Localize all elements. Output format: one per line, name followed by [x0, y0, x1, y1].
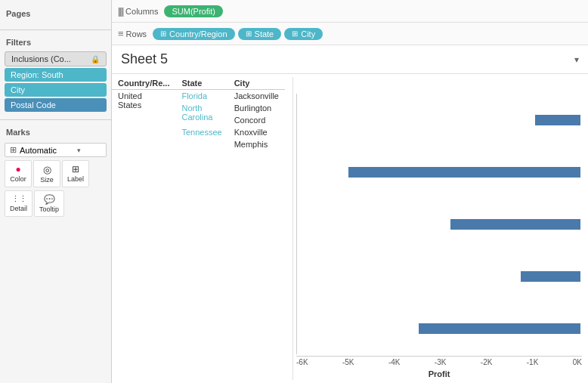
marks-icons-row: ● Color ◎ Size ⊞ Label — [5, 160, 107, 187]
pages-label: Pages — [0, 3, 111, 21]
data-table: Country/Re... State City UnitedStates Fl… — [112, 77, 293, 380]
rows-country-pill[interactable]: ⊞ Country/Region — [153, 28, 234, 40]
x-axis-labels: -6K -5K -4K -3K -2K -1K 0K — [296, 356, 582, 368]
columns-toolbar-label: ||| Columns — [118, 6, 158, 17]
col-header-city: City — [228, 77, 285, 90]
filter-inclusions[interactable]: Inclusions (Co... 🔒 — [5, 51, 107, 66]
marks-icons-row2: ⋮⋮ Detail 💬 Tooltip — [5, 190, 107, 217]
cell-city-memphis: Memphis — [228, 138, 285, 150]
filters-label: Filters — [0, 33, 111, 50]
cell-city-knoxville: Knoxville — [228, 126, 285, 138]
bar-memphis-fill — [419, 323, 580, 334]
bar-burlington — [297, 165, 582, 180]
sheet-area: Sheet 5 ▾ Country/Re... State City — [112, 45, 588, 383]
state-pill-label: State — [255, 29, 274, 39]
city-pill-label: City — [301, 29, 315, 39]
filter-region[interactable]: Region: South — [5, 68, 107, 82]
sheet-dropdown-arrow[interactable]: ▾ — [574, 54, 579, 65]
marks-label-label: Label — [67, 175, 84, 183]
cell-city-concord: Concord — [228, 114, 285, 126]
color-icon: ● — [15, 164, 20, 175]
marks-type-dropdown[interactable]: ⊞ Automatic ▾ — [5, 143, 107, 157]
bar-jacksonville-fill — [535, 115, 580, 125]
pages-section: Pages — [0, 0, 111, 30]
rows-state-pill[interactable]: ⊞ State — [238, 28, 282, 40]
filter-city[interactable]: City — [5, 83, 107, 97]
filter-postal-label: Postal Code — [11, 100, 56, 110]
filters-section: Filters Inclusions (Co... 🔒 Region: Sout… — [0, 30, 111, 120]
sidebar: Pages Filters Inclusions (Co... 🔒 Region… — [0, 0, 112, 383]
marks-tooltip-label: Tooltip — [39, 205, 59, 213]
columns-text: Columns — [125, 7, 158, 16]
filter-city-label: City — [11, 85, 25, 94]
marks-tooltip-button[interactable]: 💬 Tooltip — [34, 190, 64, 217]
bars-area — [296, 94, 582, 354]
sheet-header: Sheet 5 ▾ — [112, 45, 588, 74]
chart-container: Country/Re... State City UnitedStates Fl… — [112, 74, 588, 383]
x-axis-title: Profit — [296, 368, 582, 380]
rows-text: Rows — [126, 29, 147, 39]
marks-color-button[interactable]: ● Color — [5, 160, 32, 187]
sheet-title: Sheet 5 — [121, 51, 168, 67]
col-header-state: State — [175, 77, 227, 90]
bar-jacksonville — [297, 113, 582, 128]
bar-jacksonville-bg — [297, 115, 582, 125]
bar-memphis-bg — [297, 323, 582, 334]
rows-toolbar-label: ≡ Rows — [118, 28, 147, 39]
bar-knoxville-fill — [521, 271, 580, 282]
state-pill-icon: ⊞ — [246, 29, 252, 38]
bar-burlington-fill — [348, 167, 581, 178]
columns-row: ||| Columns SUM(Profit) — [112, 0, 588, 23]
x-label-0k: 0K — [573, 358, 582, 366]
cell-city-jacksonville: Jacksonville — [228, 90, 285, 103]
x-label-2k: -2K — [481, 358, 493, 366]
bar-concord — [297, 217, 582, 232]
rows-city-pill[interactable]: ⊞ City — [284, 28, 323, 40]
main-content: ||| Columns SUM(Profit) ≡ Rows ⊞ Country… — [112, 0, 588, 383]
bar-memphis — [297, 321, 582, 336]
marks-size-label: Size — [40, 176, 54, 184]
marks-type-label: Automatic — [20, 146, 57, 155]
bar-knoxville-bg — [297, 271, 582, 282]
detail-icon: ⋮⋮ — [11, 194, 26, 204]
lock-icon: 🔒 — [91, 55, 100, 63]
cell-state-tn: Tennessee — [175, 126, 227, 150]
marks-color-label: Color — [10, 175, 26, 183]
city-pill-icon: ⊞ — [292, 29, 298, 38]
x-label-6k: -6K — [296, 358, 308, 366]
marks-label: Marks — [0, 123, 111, 140]
marks-label-button[interactable]: ⊞ Label — [62, 160, 89, 187]
table-row: UnitedStates Florida Jacksonville — [112, 90, 285, 103]
tooltip-icon: 💬 — [44, 194, 55, 205]
marks-detail-label: Detail — [10, 205, 27, 212]
bar-knoxville — [297, 269, 582, 284]
cell-city-burlington: Burlington — [228, 102, 285, 114]
country-pill-icon: ⊞ — [160, 29, 166, 38]
filter-inclusions-label: Inclusions (Co... — [11, 54, 71, 63]
marks-size-button[interactable]: ◎ Size — [33, 160, 60, 187]
size-icon: ◎ — [43, 164, 51, 175]
columns-sum-profit-pill[interactable]: SUM(Profit) — [164, 5, 222, 17]
label-icon: ⊞ — [72, 164, 79, 175]
marks-dropdown-arrow: ▾ — [77, 147, 81, 154]
x-label-3k: -3K — [435, 358, 447, 366]
marks-section: Marks ⊞ Automatic ▾ ● Color ◎ Size ⊞ Lab… — [0, 120, 111, 226]
bar-burlington-bg — [297, 167, 582, 178]
country-pill-label: Country/Region — [169, 29, 227, 39]
filter-region-label: Region: South — [11, 70, 63, 79]
x-label-4k: -4K — [388, 358, 401, 366]
filter-postal-code[interactable]: Postal Code — [5, 98, 107, 112]
rows-icon: ≡ — [118, 28, 124, 39]
bar-concord-fill — [450, 219, 581, 230]
bar-concord-bg — [297, 219, 582, 230]
bar-chart: -6K -5K -4K -3K -2K -1K 0K Profit — [293, 77, 588, 380]
rows-row: ≡ Rows ⊞ Country/Region ⊞ State ⊞ City — [112, 23, 588, 45]
cell-state-florida: Florida — [175, 90, 227, 103]
x-label-5k: -5K — [342, 358, 354, 366]
col-header-country: Country/Re... — [112, 77, 175, 90]
columns-icon: ||| — [118, 6, 123, 17]
x-label-1k: -1K — [527, 358, 539, 366]
marks-detail-button[interactable]: ⋮⋮ Detail — [5, 190, 32, 217]
columns-pill-label: SUM(Profit) — [172, 7, 215, 16]
cell-country: UnitedStates — [112, 90, 175, 151]
